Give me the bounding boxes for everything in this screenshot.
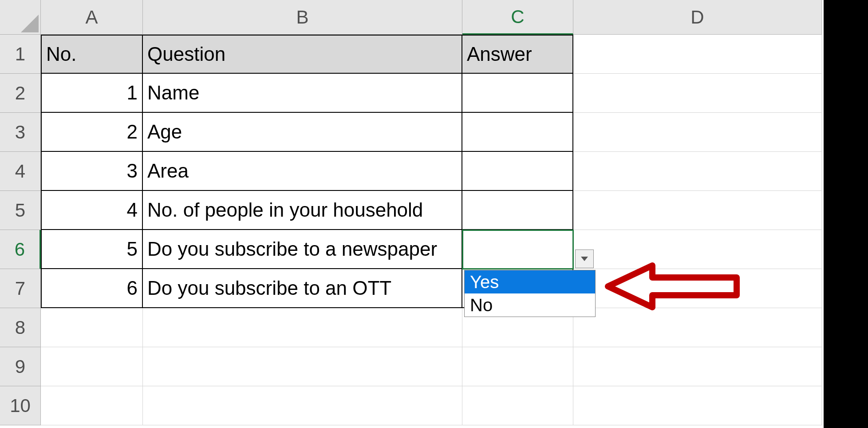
cell-C2[interactable] <box>462 74 573 113</box>
select-all-triangle-icon <box>21 15 39 32</box>
cell-C1[interactable]: Answer <box>462 35 573 74</box>
cell-A6[interactable]: 5 <box>41 230 143 269</box>
crop-edge <box>824 0 868 428</box>
cell-C5[interactable] <box>462 191 573 230</box>
cell-D4[interactable] <box>573 152 822 191</box>
row-header-5[interactable]: 5 <box>0 191 41 230</box>
cell-C6[interactable] <box>462 230 573 269</box>
column-header-B[interactable]: B <box>143 0 462 35</box>
column-header-D[interactable]: D <box>573 0 822 35</box>
row-header-2[interactable]: 2 <box>0 74 41 113</box>
cell-D9[interactable] <box>573 347 822 386</box>
cell-D2[interactable] <box>573 74 822 113</box>
cell-B3[interactable]: Age <box>143 113 462 152</box>
cell-B2[interactable]: Name <box>143 74 462 113</box>
row-header-8[interactable]: 8 <box>0 308 41 347</box>
cell-D5[interactable] <box>573 191 822 230</box>
row-header-7[interactable]: 7 <box>0 269 41 308</box>
column-header-A[interactable]: A <box>41 0 143 35</box>
dropdown-option-no[interactable]: No <box>465 293 595 317</box>
cell-C9[interactable] <box>462 347 573 386</box>
row-header-10[interactable]: 10 <box>0 386 41 425</box>
cell-C4[interactable] <box>462 152 573 191</box>
spreadsheet: A B C D 1 2 3 4 5 6 7 8 9 10 No. Questio… <box>0 0 868 428</box>
cell-A1[interactable]: No. <box>41 35 143 74</box>
annotation-arrow-icon <box>599 262 741 311</box>
row-header-4[interactable]: 4 <box>0 152 41 191</box>
cell-B7[interactable]: Do you subscribe to an OTT <box>143 269 462 308</box>
svg-marker-0 <box>21 15 39 32</box>
cell-D3[interactable] <box>573 113 822 152</box>
dropdown-option-yes[interactable]: Yes <box>465 270 595 293</box>
cell-A4[interactable]: 3 <box>41 152 143 191</box>
cell-A5[interactable]: 4 <box>41 191 143 230</box>
data-validation-dropdown-list: Yes No <box>464 270 596 317</box>
select-all-corner[interactable] <box>0 0 41 35</box>
cell-B10[interactable] <box>143 386 462 425</box>
cell-A9[interactable] <box>41 347 143 386</box>
row-header-6[interactable]: 6 <box>0 230 41 269</box>
cell-A10[interactable] <box>41 386 143 425</box>
row-header-3[interactable]: 3 <box>0 113 41 152</box>
chevron-down-icon <box>580 256 589 262</box>
row-header-1[interactable]: 1 <box>0 35 41 74</box>
cell-B9[interactable] <box>143 347 462 386</box>
cell-A8[interactable] <box>41 308 143 347</box>
column-headers: A B C D <box>0 0 822 35</box>
svg-marker-1 <box>581 257 588 261</box>
cell-B8[interactable] <box>143 308 462 347</box>
cell-D8[interactable] <box>573 308 822 347</box>
cell-B1[interactable]: Question <box>143 35 462 74</box>
column-header-C[interactable]: C <box>462 0 573 35</box>
data-validation-dropdown-button[interactable] <box>575 250 594 268</box>
cell-B6[interactable]: Do you subscribe to a newspaper <box>143 230 462 269</box>
row-header-9[interactable]: 9 <box>0 347 41 386</box>
cell-C3[interactable] <box>462 113 573 152</box>
cell-B5[interactable]: No. of people in your household <box>143 191 462 230</box>
cell-D1[interactable] <box>573 35 822 74</box>
cell-A3[interactable]: 2 <box>41 113 143 152</box>
cell-D10[interactable] <box>573 386 822 425</box>
cell-C10[interactable] <box>462 386 573 425</box>
cell-A2[interactable]: 1 <box>41 74 143 113</box>
cell-A7[interactable]: 6 <box>41 269 143 308</box>
cell-B4[interactable]: Area <box>143 152 462 191</box>
